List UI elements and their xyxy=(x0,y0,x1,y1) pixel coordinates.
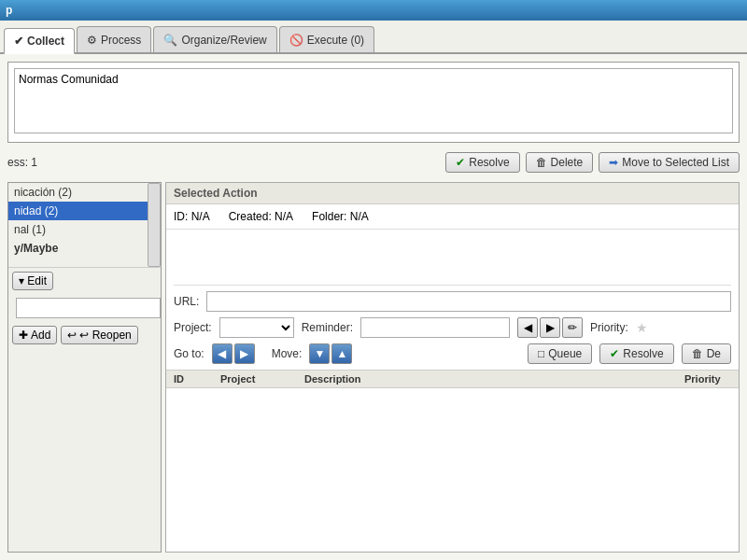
col-description: Description xyxy=(304,373,666,385)
priority-label: Priority: xyxy=(590,321,628,334)
list-item-comunicacion[interactable]: nicación (2) xyxy=(8,183,148,202)
reminder-prev-button[interactable]: ◀ xyxy=(517,317,538,338)
list-item-maybe-label: y/Maybe xyxy=(14,242,58,255)
tab-execute[interactable]: 🚫 Execute (0) xyxy=(279,26,374,52)
reminder-input[interactable] xyxy=(360,317,510,338)
id-label: ID: N/A xyxy=(174,210,210,223)
process-tab-icon: ⚙ xyxy=(87,34,97,47)
tab-collect[interactable]: ✔ Collect xyxy=(4,28,75,54)
action-bar: ess: 1 ✔ Resolve 🗑 Delete ➡ Move to Sele… xyxy=(7,148,740,176)
move-down-button[interactable]: ▼ xyxy=(309,343,330,364)
list-item-maybe[interactable]: y/Maybe xyxy=(8,239,148,258)
col-priority: Priority xyxy=(684,373,731,385)
add-icon: ✚ xyxy=(19,329,28,342)
goto-move-row: Go to: ◀ ▶ Move: ▼ ▲ □ Queue xyxy=(174,343,731,364)
tab-process[interactable]: ⚙ Process xyxy=(77,26,151,52)
queue-icon: □ xyxy=(538,347,544,360)
reopen-icon: ↩ xyxy=(67,329,77,342)
project-label: Project: xyxy=(174,321,212,334)
add-label: Add xyxy=(31,329,50,342)
folder-value: N/A xyxy=(350,210,369,223)
reopen-button[interactable]: ↩ ↩ Reopen xyxy=(61,326,137,344)
detail-resolve-button[interactable]: ✔ Resolve xyxy=(599,343,673,364)
organize-tab-label: Organize/Review xyxy=(181,34,266,47)
collect-textarea[interactable]: Normas Comunidad xyxy=(14,68,733,133)
move-label: Move: xyxy=(272,347,303,360)
collect-area: Normas Comunidad xyxy=(7,62,740,143)
folder-label: Folder: N/A xyxy=(312,210,369,223)
selected-action-title: Selected Action xyxy=(174,187,258,200)
queue-label: Queue xyxy=(548,347,582,360)
tab-organize[interactable]: 🔍 Organize/Review xyxy=(153,26,276,52)
resolve-label: Resolve xyxy=(469,156,509,169)
list-item-comunidad[interactable]: nidad (2) xyxy=(8,202,148,220)
resolve-button[interactable]: ✔ Resolve xyxy=(445,152,519,173)
reminder-next-button[interactable]: ▶ xyxy=(540,317,560,338)
detail-pane: Selected Action ID: N/A Created: N/A Fol… xyxy=(165,182,740,553)
goto-buttons: ◀ ▶ xyxy=(212,343,255,364)
move-icon: ➡ xyxy=(609,156,618,169)
resolve-icon: ✔ xyxy=(456,156,465,169)
list-input-area xyxy=(8,294,161,322)
priority-star-icon: ★ xyxy=(636,320,648,335)
list-scroll-container: nicación (2) nidad (2) nal (1) y/Maybe xyxy=(8,183,161,267)
project-reminder-row: Project: Reminder: ◀ ▶ ✏ Priority: ★ xyxy=(174,317,731,338)
url-input[interactable] xyxy=(206,291,731,312)
bottom-pane: nicación (2) nidad (2) nal (1) y/Maybe xyxy=(7,182,740,553)
organize-tab-icon: 🔍 xyxy=(163,34,177,47)
tab-bar: ✔ Collect ⚙ Process 🔍 Organize/Review 🚫 … xyxy=(0,21,747,54)
list-item-comunidad-label: nidad (2) xyxy=(14,204,58,217)
goto-label: Go to: xyxy=(174,347,204,360)
execute-tab-icon: 🚫 xyxy=(289,34,303,47)
col-id: ID xyxy=(174,373,202,385)
move-buttons: ▼ ▲ xyxy=(309,343,352,364)
title-text: p xyxy=(6,4,12,17)
list-scrollbar[interactable] xyxy=(148,183,161,267)
detail-meta: ID: N/A Created: N/A Folder: N/A xyxy=(166,204,739,230)
move-to-selected-button[interactable]: ➡ Move to Selected List xyxy=(599,152,740,173)
bottom-btns: ✚ Add ↩ ↩ Reopen xyxy=(8,322,161,348)
created-label: Created: N/A xyxy=(229,210,293,223)
main-content: Normas Comunidad ess: 1 ✔ Resolve 🗑 Dele… xyxy=(0,54,747,560)
goto-prev-button[interactable]: ◀ xyxy=(212,343,233,364)
id-value: N/A xyxy=(191,210,210,223)
detail-fields: URL: Project: Reminder: ◀ ▶ ✏ Priori xyxy=(166,286,739,370)
move-label: Move to Selected List xyxy=(622,156,729,169)
reminder-nav-buttons: ◀ ▶ ✏ xyxy=(517,317,583,338)
goto-next-button[interactable]: ▶ xyxy=(234,343,255,364)
queue-button[interactable]: □ Queue xyxy=(528,343,592,364)
list-toolbar: ▾ Edit xyxy=(8,267,161,294)
list-filter-input[interactable] xyxy=(16,298,161,318)
col-project: Project xyxy=(220,373,286,385)
delete-label: Delete xyxy=(551,156,584,169)
list-items-area: nicación (2) nidad (2) nal (1) y/Maybe xyxy=(8,183,148,267)
url-row: URL: xyxy=(174,291,731,312)
process-tab-label: Process xyxy=(101,34,141,47)
add-button[interactable]: ✚ Add xyxy=(12,326,57,344)
edit-button[interactable]: ▾ Edit xyxy=(12,272,53,290)
list-item-personal[interactable]: nal (1) xyxy=(8,220,148,239)
edit-label: ▾ Edit xyxy=(19,274,47,287)
delete-button[interactable]: 🗑 Delete xyxy=(526,152,594,173)
detail-delete-label: De xyxy=(707,347,721,360)
reopen-label: ↩ Reopen xyxy=(79,329,131,342)
status-text: ess: 1 xyxy=(7,156,37,169)
detail-resolve-icon: ✔ xyxy=(610,347,619,360)
table-header: ID Project Description Priority xyxy=(166,370,739,388)
detail-header: Selected Action xyxy=(166,183,739,204)
move-up-button[interactable]: ▲ xyxy=(331,343,352,364)
execute-tab-label: Execute (0) xyxy=(307,34,364,47)
list-item-personal-label: nal (1) xyxy=(14,223,46,236)
collect-tab-icon: ✔ xyxy=(14,35,23,48)
title-bar: p xyxy=(0,0,747,21)
detail-delete-button[interactable]: 🗑 De xyxy=(682,343,731,364)
detail-resolve-label: Resolve xyxy=(623,347,663,360)
reminder-label: Reminder: xyxy=(302,321,353,334)
url-label: URL: xyxy=(174,295,199,308)
detail-delete-icon: 🗑 xyxy=(692,347,703,360)
reminder-edit-button[interactable]: ✏ xyxy=(562,317,583,338)
project-select[interactable] xyxy=(219,317,294,338)
collect-tab-label: Collect xyxy=(27,35,64,48)
delete-icon: 🗑 xyxy=(536,156,547,169)
created-value: N/A xyxy=(275,210,293,223)
